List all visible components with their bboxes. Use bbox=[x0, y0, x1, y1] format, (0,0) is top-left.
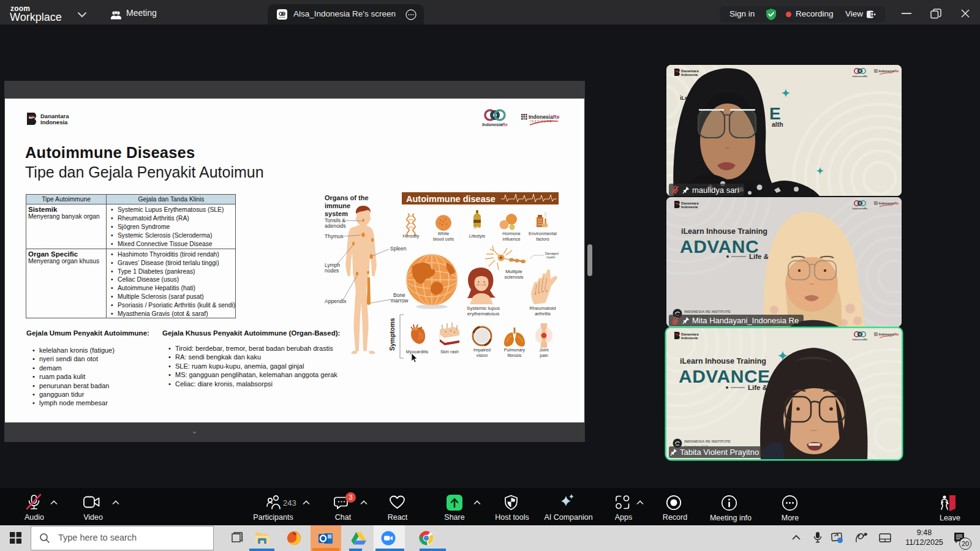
svg-text:Joint: Joint bbox=[539, 347, 548, 353]
svg-text:erythematosus: erythematosus bbox=[467, 311, 499, 317]
svg-text:Autoimmune disease: Autoimmune disease bbox=[406, 194, 496, 204]
svg-text:INDONESIA RE INSTITUTE: INDONESIA RE INSTITUTE bbox=[684, 310, 731, 313]
svg-text:IndonesiaRe: IndonesiaRe bbox=[879, 69, 899, 73]
svg-text:Thymus: Thymus bbox=[325, 233, 343, 239]
svg-text:IndonesiaRe: IndonesiaRe bbox=[879, 201, 899, 205]
svg-text:Danantara: Danantara bbox=[681, 201, 699, 205]
svg-text:White: White bbox=[438, 231, 449, 236]
svg-text:Danantara: Danantara bbox=[681, 332, 699, 336]
svg-text:arthritis: arthritis bbox=[535, 311, 551, 317]
svg-text:Environmental: Environmental bbox=[529, 231, 557, 236]
svg-text:IndonesiaRe: IndonesiaRe bbox=[853, 75, 869, 78]
svg-text:Skin rash: Skin rash bbox=[440, 349, 459, 354]
svg-text:Danantara: Danantara bbox=[681, 69, 699, 73]
svg-text:nodes: nodes bbox=[325, 268, 339, 274]
svg-text:IndonesiaRe: IndonesiaRe bbox=[482, 122, 508, 127]
svg-text:marrow: marrow bbox=[391, 298, 409, 304]
svg-text:pain: pain bbox=[540, 353, 548, 358]
svg-text:Hormone: Hormone bbox=[502, 231, 521, 236]
svg-text:myelin: myelin bbox=[546, 255, 556, 259]
svg-text:iLearn Inhouse Training: iLearn Inhouse Training bbox=[681, 227, 767, 236]
svg-text:Heredity: Heredity bbox=[403, 233, 420, 239]
svg-text:immune: immune bbox=[325, 202, 350, 209]
svg-text:Spleen: Spleen bbox=[390, 246, 407, 252]
svg-text:Organs of the: Organs of the bbox=[325, 194, 369, 201]
svg-text:Multiple: Multiple bbox=[505, 269, 522, 274]
svg-text:alth: alth bbox=[772, 121, 783, 128]
svg-text:iLearn Inhouse Training: iLearn Inhouse Training bbox=[680, 357, 766, 365]
svg-text:Indonesia: Indonesia bbox=[681, 205, 698, 209]
svg-text:Symptoms: Symptoms bbox=[388, 318, 396, 351]
svg-text:Pulmonary: Pulmonary bbox=[504, 347, 526, 353]
svg-text:system: system bbox=[325, 210, 348, 217]
svg-text:IndonesiaRe: IndonesiaRe bbox=[879, 332, 899, 336]
svg-text:IndonesiaRe: IndonesiaRe bbox=[529, 114, 560, 120]
svg-text:vision: vision bbox=[477, 353, 488, 358]
svg-text:Rheumatoid: Rheumatoid bbox=[529, 305, 556, 311]
svg-text:blood cells: blood cells bbox=[433, 236, 454, 242]
svg-text:Indonesia: Indonesia bbox=[681, 336, 698, 340]
svg-text:Indonesia: Indonesia bbox=[681, 73, 698, 77]
svg-text:Impaired: Impaired bbox=[473, 347, 491, 353]
svg-text:influence: influence bbox=[503, 236, 521, 242]
svg-text:Lifestyle: Lifestyle bbox=[469, 233, 485, 239]
svg-text:IndonesiaRe: IndonesiaRe bbox=[853, 207, 869, 210]
svg-text:ADVANC: ADVANC bbox=[680, 236, 759, 257]
svg-text:fibrosis: fibrosis bbox=[508, 353, 522, 358]
svg-text:adenoids: adenoids bbox=[325, 223, 346, 229]
svg-text:Systemic lupus: Systemic lupus bbox=[467, 305, 500, 311]
svg-text:INDONESIA RE INSTITUTE: INDONESIA RE INSTITUTE bbox=[684, 440, 731, 443]
svg-text:sclerosis: sclerosis bbox=[504, 274, 523, 280]
svg-text:Myocarditis: Myocarditis bbox=[406, 349, 429, 354]
svg-text:IndonesiaRe: IndonesiaRe bbox=[853, 338, 869, 341]
svg-text:factors: factors bbox=[536, 236, 549, 242]
